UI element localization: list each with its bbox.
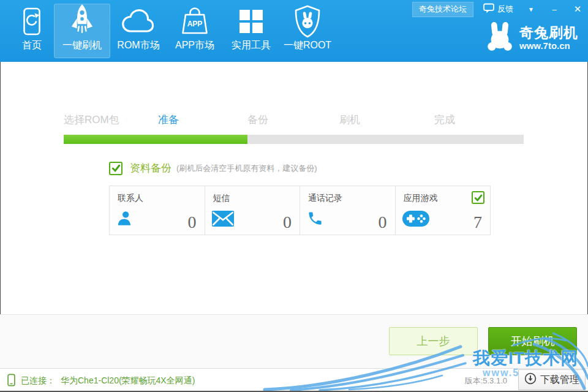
checkmark-icon xyxy=(474,194,483,202)
contact-person-icon xyxy=(116,210,133,229)
forum-link[interactable]: 奇兔技术论坛 xyxy=(412,2,473,17)
shield-rabbit-icon xyxy=(293,4,322,38)
version-label: 版本:5.3.1.0 xyxy=(465,375,507,386)
brand-logo: 奇兔刷机 www.7to.cn xyxy=(486,22,578,54)
dropdown-caret-icon[interactable]: ▼ xyxy=(526,6,537,13)
cell-label: 通话记录 xyxy=(308,193,342,204)
nav-item-one-key-flash[interactable]: 一键刷机 xyxy=(54,4,110,58)
header: 首页 一键刷机 xyxy=(0,0,588,62)
backup-cell-apps-games: 应用游戏 7 xyxy=(396,186,491,235)
step-flash: 刷机 xyxy=(339,113,360,127)
cell-count: 0 xyxy=(379,213,387,232)
feedback-button[interactable]: 反馈 xyxy=(483,3,513,15)
nav-label: 一键ROOT xyxy=(284,39,331,52)
step-choose-rom: 选择ROM包 xyxy=(64,113,119,127)
progress-fill xyxy=(64,135,247,144)
download-label: 下载管理 xyxy=(540,374,579,386)
grid-tiles-icon xyxy=(239,4,263,38)
connected-label: 已连接： xyxy=(21,375,55,386)
envelope-icon xyxy=(212,211,234,229)
nav-item-tools[interactable]: 实用工具 xyxy=(223,4,279,58)
footer: 上一步 开始刷机 xyxy=(0,314,588,368)
start-flash-button[interactable]: 开始刷机 xyxy=(488,327,577,355)
close-button[interactable]: ✕ xyxy=(572,4,583,15)
home-phone-refresh-icon xyxy=(21,4,42,38)
nav-item-home[interactable]: 首页 xyxy=(10,4,54,58)
rabbit-logo-icon xyxy=(486,22,514,54)
nav-label: 一键刷机 xyxy=(62,39,102,52)
connection-status: 已连接： 华为Che1-Cl20(荣耀畅玩4X全网通) xyxy=(7,374,195,388)
backup-checkbox-label[interactable]: 资料备份 xyxy=(130,161,172,175)
cell-count: 0 xyxy=(283,213,292,232)
nav-item-app-market[interactable]: APP APP市场 xyxy=(167,4,223,58)
nav-label: 首页 xyxy=(22,39,42,52)
step-wizard: 选择ROM包 准备 备份 刷机 完成 xyxy=(64,113,524,127)
nav-item-rom-market[interactable]: ROM市场 xyxy=(110,4,167,58)
backup-option-row: 资料备份 (刷机后会清空手机原有资料，建议备份) xyxy=(109,161,317,175)
progress-bar xyxy=(64,135,524,144)
phone-connected-icon xyxy=(7,374,15,388)
backup-cell-call-log: 通话记录 0 xyxy=(300,186,396,235)
main-nav: 首页 一键刷机 xyxy=(10,0,336,62)
nav-label: 实用工具 xyxy=(232,39,271,52)
minimize-button[interactable]: – xyxy=(549,5,560,14)
step-finish: 完成 xyxy=(434,113,455,127)
nav-item-one-key-root[interactable]: 一键ROOT xyxy=(279,4,336,58)
cell-count: 7 xyxy=(473,213,482,232)
backup-cell-contacts: 联系人 0 xyxy=(110,186,205,235)
previous-step-button[interactable]: 上一步 xyxy=(389,327,478,355)
cell-label: 联系人 xyxy=(118,193,143,204)
step-prepare: 准备 xyxy=(158,113,179,127)
brand-url: www.7to.cn xyxy=(519,40,578,51)
backup-table: 联系人 0 短信 0 通话记录 xyxy=(109,186,491,235)
download-icon xyxy=(524,372,537,387)
cell-count: 0 xyxy=(188,213,197,232)
brand-name: 奇兔刷机 xyxy=(519,25,578,40)
device-name: 华为Che1-Cl20(荣耀畅玩4X全网通) xyxy=(61,375,195,386)
download-manager-button[interactable]: 下载管理 xyxy=(518,369,586,390)
rocket-icon xyxy=(69,4,95,38)
cloud-icon xyxy=(118,4,159,38)
cell-label: 短信 xyxy=(213,193,230,204)
backup-cell-sms: 短信 0 xyxy=(205,186,301,235)
nav-label: APP市场 xyxy=(175,39,214,52)
backup-note: (刷机后会清空手机原有资料，建议备份) xyxy=(176,163,317,174)
checkmark-icon xyxy=(111,164,121,173)
status-bar: 已连接： 华为Che1-Cl20(荣耀畅玩4X全网通) 版本:5.3.1.0 下… xyxy=(0,368,588,391)
svg-text:APP: APP xyxy=(187,20,203,28)
shopping-bag-app-icon: APP xyxy=(179,4,210,38)
speech-bubble-icon xyxy=(483,3,494,15)
cell-label: 应用游戏 xyxy=(404,193,438,204)
step-backup: 备份 xyxy=(247,113,268,127)
gamepad-icon xyxy=(402,211,429,229)
window-controls: 奇兔技术论坛 反馈 ▼ – ✕ xyxy=(412,2,583,16)
apps-games-checkbox[interactable] xyxy=(472,191,484,204)
phone-handset-icon xyxy=(307,210,323,229)
nav-label: ROM市场 xyxy=(117,39,159,52)
feedback-label: 反馈 xyxy=(497,4,513,15)
backup-checkbox[interactable] xyxy=(109,162,123,175)
app-window: 首页 一键刷机 xyxy=(0,0,588,392)
